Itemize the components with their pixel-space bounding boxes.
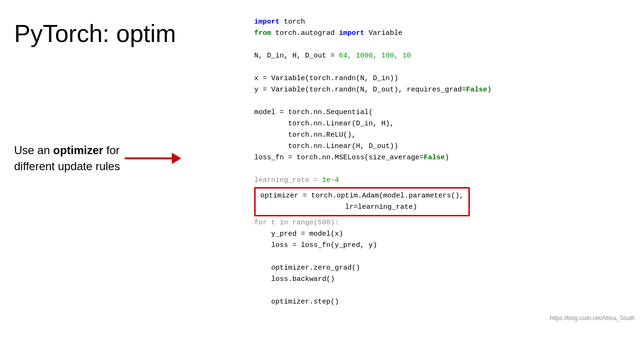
code-line bbox=[254, 39, 635, 50]
code-line: x = Variable(torch.randn(N, D_in)) bbox=[254, 73, 635, 84]
code-line bbox=[254, 96, 635, 107]
code-line: optimizer.zero_grad() bbox=[254, 263, 635, 274]
code-line: learning_rate = 1e-4 bbox=[254, 175, 635, 186]
code-panel: import torch from torch.autograd import … bbox=[245, 9, 644, 328]
page-title: PyTorch: optim bbox=[14, 19, 231, 48]
code-line: import torch bbox=[254, 16, 635, 28]
code-line: optimizer.step() bbox=[254, 296, 635, 308]
code-line: from torch.autograd import Variable bbox=[254, 28, 635, 39]
code-line bbox=[254, 285, 635, 296]
code-line: torch.nn.Linear(H, D_out)) bbox=[254, 141, 635, 152]
code-line: torch.nn.Linear(D_in, H), bbox=[254, 118, 635, 130]
highlighted-code-line-1: optimizer = torch.optim.Adam(model.param… bbox=[260, 190, 464, 202]
code-line: loss_fn = torch.nn.MSELoss(size_average=… bbox=[254, 152, 635, 164]
annotation-text: Use an optimizer fordifferent update rul… bbox=[14, 142, 120, 174]
code-line: loss = loss_fn(y_pred, y) bbox=[254, 240, 635, 251]
code-line bbox=[254, 251, 635, 263]
code-line: torch.nn.ReLU(), bbox=[254, 130, 635, 141]
code-line: N, D_in, H, D_out = 64, 1000, 100, 10 bbox=[254, 50, 635, 62]
code-line: model = torch.nn.Sequential( bbox=[254, 107, 635, 118]
watermark: https://blog.csdn.net/Africa_South bbox=[550, 314, 635, 323]
highlighted-code-line-2: lr=learning_rate) bbox=[260, 202, 464, 213]
code-block: import torch from torch.autograd import … bbox=[254, 16, 635, 308]
code-line: y_pred = model(x) bbox=[254, 229, 635, 240]
code-line: loss.backward() bbox=[254, 274, 635, 285]
code-line: for t in range(500): bbox=[254, 217, 635, 229]
code-line bbox=[254, 164, 635, 175]
arrow bbox=[125, 154, 181, 163]
code-line: y = Variable(torch.randn(N, D_out), requ… bbox=[254, 84, 635, 96]
code-line bbox=[254, 62, 635, 73]
